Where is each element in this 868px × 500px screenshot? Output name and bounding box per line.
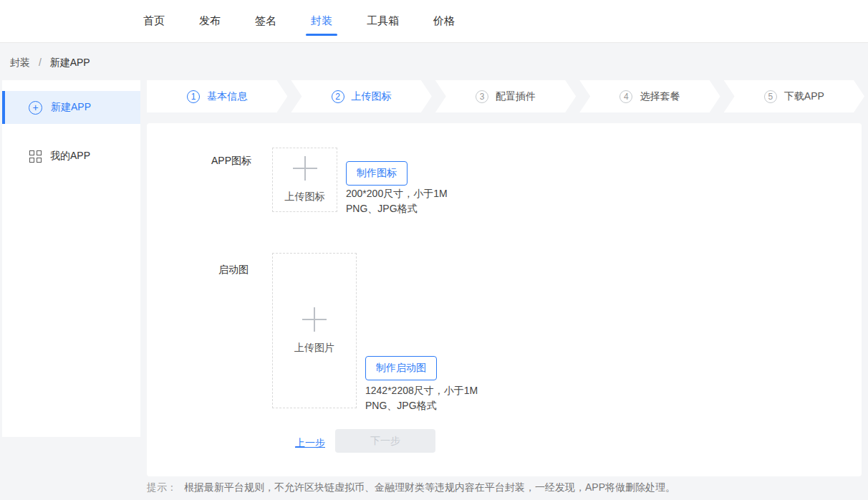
- step-label: 选择套餐: [640, 90, 680, 103]
- app-icon-upload-box[interactable]: 上传图标: [272, 148, 337, 212]
- step-label: 配置插件: [496, 90, 536, 103]
- breadcrumb-separator: /: [39, 57, 42, 68]
- main-panel: APP图标 上传图标 制作图标 200*200尺寸，小于1M PNG、JPG格式…: [147, 123, 862, 476]
- sidebar-item-label: 新建APP: [51, 101, 91, 114]
- nav-items: 首页 发布 签名 封装 工具箱 价格: [143, 0, 455, 43]
- footer-tip: 提示：根据最新平台规则，不允许区块链虚拟币、金融理财类等违规内容在平台封装，一经…: [147, 481, 675, 494]
- nav-item-toolbox[interactable]: 工具箱: [367, 0, 399, 43]
- launch-image-hint-format: PNG、JPG格式: [365, 398, 478, 413]
- breadcrumb-current: 新建APP: [50, 57, 90, 68]
- step-5-download-app[interactable]: 5 下载APP: [724, 80, 864, 112]
- app-icon-hint: 200*200尺寸，小于1M PNG、JPG格式: [346, 186, 448, 216]
- app-icon-hint-format: PNG、JPG格式: [346, 201, 448, 216]
- plus-circle-icon: +: [29, 101, 42, 115]
- step-number-circle: 1: [187, 90, 200, 103]
- breadcrumb: 封装 / 新建APP: [10, 57, 90, 69]
- upload-box-text: 上传图片: [294, 342, 334, 355]
- launch-image-hint: 1242*2208尺寸，小于1M PNG、JPG格式: [365, 383, 478, 413]
- launch-image-hint-size: 1242*2208尺寸，小于1M: [365, 383, 478, 398]
- breadcrumb-section[interactable]: 封装: [10, 57, 30, 68]
- grid-icon: [29, 150, 42, 163]
- make-launch-image-button[interactable]: 制作启动图: [365, 356, 437, 380]
- step-1-basic-info[interactable]: 1 基本信息: [147, 80, 287, 112]
- sidebar-item-new-app[interactable]: + 新建APP: [2, 91, 140, 124]
- sidebar-item-my-app[interactable]: 我的APP: [2, 140, 140, 173]
- nav-item-publish[interactable]: 发布: [199, 0, 221, 43]
- sidebar: + 新建APP 我的APP: [2, 80, 140, 437]
- launch-image-upload-box[interactable]: 上传图片: [272, 253, 357, 408]
- step-3-configure-plugins[interactable]: 3 配置插件: [435, 80, 576, 112]
- step-label: 上传图标: [352, 90, 392, 103]
- nav-item-home[interactable]: 首页: [143, 0, 165, 43]
- nav-item-package[interactable]: 封装: [311, 0, 332, 43]
- make-icon-button[interactable]: 制作图标: [346, 161, 408, 186]
- launch-image-label: 启动图: [218, 264, 249, 277]
- top-navbar: 首页 发布 签名 封装 工具箱 价格: [0, 0, 868, 43]
- step-4-select-plan[interactable]: 4 选择套餐: [579, 80, 720, 112]
- app-icon-label: APP图标: [211, 155, 251, 168]
- footer-tip-text: 根据最新平台规则，不允许区块链虚拟币、金融理财类等违规内容在平台封装，一经发现，…: [184, 481, 675, 493]
- step-2-upload-icon[interactable]: 2 上传图标: [291, 80, 431, 112]
- step-number-circle: 4: [619, 90, 632, 103]
- step-label: 下载APP: [784, 90, 824, 103]
- app-icon-hint-size: 200*200尺寸，小于1M: [346, 186, 448, 201]
- step-number-circle: 2: [332, 90, 344, 103]
- step-wizard: 1 基本信息 2 上传图标 3 配置插件 4 选择套餐 5 下载APP: [147, 80, 864, 112]
- step-number-circle: 3: [476, 90, 488, 103]
- plus-icon: [293, 156, 317, 181]
- step-number-circle: 5: [764, 90, 777, 103]
- nav-item-price[interactable]: 价格: [433, 0, 455, 43]
- nav-item-sign[interactable]: 签名: [255, 0, 276, 43]
- footer-tip-prefix: 提示：: [147, 481, 177, 493]
- plus-icon: [302, 307, 327, 332]
- prev-step-link[interactable]: 上一步: [295, 437, 325, 450]
- next-step-button[interactable]: 下一步: [335, 429, 435, 453]
- step-label: 基本信息: [207, 90, 247, 103]
- upload-box-text: 上传图标: [285, 191, 325, 203]
- sidebar-item-label: 我的APP: [50, 150, 90, 163]
